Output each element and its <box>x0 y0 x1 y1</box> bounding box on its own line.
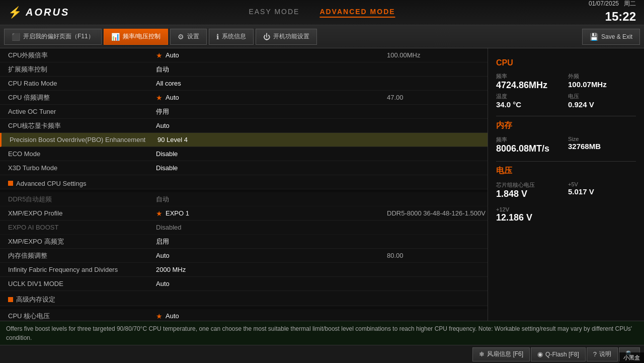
setting-value-infinity-fabric: 2000 MHz <box>151 266 387 273</box>
setting-row-expo-ai: EXPO AI BOOST Disabled <box>0 221 488 235</box>
setting-section-advanced-mem[interactable]: 高级内存设定 <box>0 291 488 306</box>
star-icon-4: ★ <box>156 312 163 320</box>
vcore-container: 芯片组核心电压 1.848 V <box>496 181 564 199</box>
home-icon: ⬛ <box>12 33 20 41</box>
power-icon: ⏻ <box>263 33 270 41</box>
setting-name-active-oc: Active OC Tuner <box>0 108 151 115</box>
divider-1 <box>496 116 636 116</box>
setting-name-infinity-fabric: Infinity Fabric Frequency and Dividers <box>0 266 151 273</box>
voltage-section-title: 电压 <box>496 166 636 176</box>
date-weekday: 01/07/2025 周二 <box>589 0 636 8</box>
setting-value-cpu-vcore: ★ Auto <box>151 312 387 320</box>
section-name-advanced-cpu: Advanced CPU Settings <box>0 180 151 187</box>
mem-freq-container: 频率 8006.08MT/s <box>496 136 564 154</box>
setting-name-expo-ai: EXPO AI BOOST <box>0 224 151 231</box>
setting-row-cpu-base-freq[interactable]: CPU外频倍率 ★ Auto 100.00MHz <box>0 48 488 62</box>
qflash-button[interactable]: ◉ Q-Flash [F8] <box>531 347 586 361</box>
setting-value-x3d: Disable <box>151 164 387 172</box>
setting-name-pbo: Precision Boost Overdrive(PBO) Enhanceme… <box>2 136 152 143</box>
time-display: 15:22 <box>589 8 636 25</box>
logo-area: ⚡ AORUS <box>8 6 69 19</box>
setting-name-igpu-freq: CPU核芯显卡频率 <box>0 121 151 130</box>
section-marker-advanced-cpu <box>8 181 13 186</box>
setting-name-ext-freq: 扩展频率控制 <box>0 65 151 74</box>
cpu-ext-freq-label: 外频 100.07MHz <box>568 72 636 91</box>
setting-row-mem-ratio[interactable]: 内存倍频调整 Auto 80.00 <box>0 249 488 263</box>
aorus-logo-icon: ⚡ <box>8 6 22 19</box>
setting-row-eco[interactable]: ECO Mode Disable <box>0 147 488 161</box>
setting-name-xmp-expo: XMP/EXPO Profile <box>0 209 151 217</box>
setting-name-cpu-ratio-mode: CPU Ratio Mode <box>0 80 151 87</box>
setting-value2-mem-ratio: 80.00 <box>387 252 488 259</box>
settings-panel: CPU外频倍率 ★ Auto 100.00MHz 扩展频率控制 自动 CPU R… <box>0 48 488 321</box>
mode-area: EASY MODE ADVANCED MODE <box>249 8 395 18</box>
setting-row-igpu-freq[interactable]: CPU核芯显卡频率 Auto <box>0 119 488 133</box>
info-panel: CPU 频率 4724.86MHz 外频 100.07MHz 温度 34.0 °… <box>488 48 644 321</box>
star-icon: ★ <box>156 51 163 59</box>
setting-name-mem-ratio: 内存倍频调整 <box>0 251 151 260</box>
setting-value-igpu-freq: Auto <box>151 122 387 129</box>
setting-value-cpu-ratio: ★ Auto <box>151 94 387 102</box>
datetime: 01/07/2025 周二 15:22 <box>589 0 636 25</box>
setting-value-ddr5-auto-oc: 自动 <box>151 195 387 204</box>
nav-btn-sysinfo[interactable]: ℹ 系统信息 <box>209 29 254 45</box>
setting-name-eco: ECO Mode <box>0 150 151 158</box>
cpu-info-grid: 频率 4724.86MHz 外频 100.07MHz 温度 34.0 °C 电压… <box>496 72 636 109</box>
setting-value-uclk: Auto <box>151 280 387 287</box>
setting-row-cpu-ratio[interactable]: CPU 倍频调整 ★ Auto 47.00 <box>0 91 488 105</box>
setting-value-xmp-expo: ★ EXPO 1 <box>151 209 387 217</box>
mem-section-title: 内存 <box>496 120 636 131</box>
setting-value2-cpu-base-freq: 100.00MHz <box>387 51 488 59</box>
setting-row-ddr5-auto-oc: DDR5自动超频 自动 <box>0 192 488 206</box>
help-button[interactable]: ? 说明 <box>587 347 618 361</box>
setting-value-pbo: 90 Level 4 <box>152 136 387 143</box>
setting-value-eco: Disable <box>151 150 387 158</box>
setting-row-xmp-bandwidth[interactable]: XMP/EXPO 高频宽 启用 <box>0 235 488 249</box>
mem-size-container: Size 32768MB <box>568 136 636 154</box>
setting-name-xmp-bandwidth: XMP/EXPO 高频宽 <box>0 237 151 246</box>
section-name-advanced-mem: 高级内存设定 <box>0 295 151 304</box>
setting-value-xmp-bandwidth: 启用 <box>151 237 387 246</box>
setting-row-ext-freq[interactable]: 扩展频率控制 自动 <box>0 62 488 77</box>
info-icon: ℹ <box>216 33 219 41</box>
nav-btn-freq[interactable]: 📊 频率/电压控制 <box>104 29 168 45</box>
nav-btn-boot[interactable]: ⏻ 开机功能设置 <box>256 29 317 45</box>
fan-info-button[interactable]: ❄ 风扇信息 [F6] <box>472 347 530 361</box>
cpu-voltage-label: 电压 0.924 V <box>568 93 636 109</box>
fan-icon: ❄ <box>479 350 485 358</box>
setting-row-active-oc[interactable]: Active OC Tuner 停用 <box>0 105 488 119</box>
nav-btn-save-exit[interactable]: 💾 Save & Exit <box>582 29 640 45</box>
easy-mode-tab[interactable]: EASY MODE <box>249 8 299 18</box>
setting-value-cpu-ratio-mode: All cores <box>151 80 387 87</box>
setting-name-cpu-ratio: CPU 倍频调整 <box>0 93 151 102</box>
setting-row-x3d[interactable]: X3D Turbo Mode Disable <box>0 161 488 175</box>
freq-icon: 📊 <box>111 33 120 41</box>
advanced-mode-tab[interactable]: ADVANCED MODE <box>319 8 395 18</box>
cpu-temp-label: 温度 34.0 °C <box>496 93 564 109</box>
setting-row-cpu-vcore[interactable]: CPU 核心电压 ★ Auto <box>0 309 488 321</box>
nav-btn-settings[interactable]: ⚙ 设置 <box>170 29 207 45</box>
top-bar: ⚡ AORUS EASY MODE ADVANCED MODE 01/07/20… <box>0 0 644 25</box>
nav-btn-home[interactable]: ⬛ 开启我的偏好页面（F11） <box>4 29 102 45</box>
cpu-freq-label: 频率 4724.86MHz <box>496 72 564 91</box>
watermark: 小黑盒 <box>619 352 644 363</box>
nav-bar: ⬛ 开启我的偏好页面（F11） 📊 频率/电压控制 ⚙ 设置 ℹ 系统信息 ⏻ … <box>0 25 644 48</box>
setting-row-uclk[interactable]: UCLK DIV1 MODE Auto <box>0 277 488 291</box>
setting-value2-cpu-ratio: 47.00 <box>387 94 488 101</box>
setting-row-infinity-fabric[interactable]: Infinity Fabric Frequency and Dividers 2… <box>0 263 488 277</box>
mem-info-grid: 频率 8006.08MT/s Size 32768MB <box>496 136 636 154</box>
bottom-toolbar: ❄ 风扇信息 [F6] ◉ Q-Flash [F8] ? 说明 🔍 <box>0 345 644 363</box>
setting-name-uclk: UCLK DIV1 MODE <box>0 280 151 287</box>
setting-value2-xmp-expo: DDR5-8000 36-48-48-126-1.500V <box>387 209 488 217</box>
setting-value-ext-freq: 自动 <box>151 65 387 74</box>
flash-icon: ◉ <box>537 350 543 358</box>
setting-row-pbo[interactable]: Precision Boost Overdrive(PBO) Enhanceme… <box>0 133 488 147</box>
setting-section-advanced-cpu[interactable]: Advanced CPU Settings <box>0 175 488 189</box>
v5-container: +5V 5.017 V <box>568 181 636 199</box>
main-content: CPU外频倍率 ★ Auto 100.00MHz 扩展频率控制 自动 CPU R… <box>0 48 644 321</box>
setting-row-cpu-ratio-mode[interactable]: CPU Ratio Mode All cores <box>0 77 488 91</box>
section-marker-advanced-mem <box>8 297 13 302</box>
setting-row-xmp-expo[interactable]: XMP/EXPO Profile ★ EXPO 1 DDR5-8000 36-4… <box>0 206 488 221</box>
setting-value-cpu-base-freq: ★ Auto <box>151 51 387 59</box>
description-bar: Offers five boost levels for three targe… <box>0 321 644 345</box>
